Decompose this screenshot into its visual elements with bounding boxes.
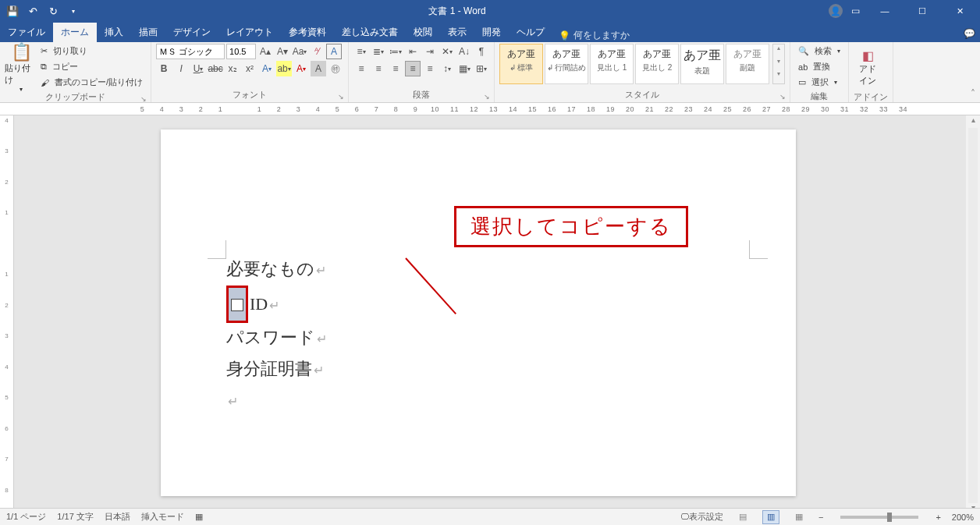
align-right-button[interactable]: ≡ — [388, 61, 403, 76]
italic-button[interactable]: I — [173, 61, 189, 76]
style-gallery-scroll[interactable]: ▴▾▾ — [772, 44, 785, 84]
status-language[interactable]: 日本語 — [105, 511, 130, 523]
read-mode-button[interactable]: ▤ — [734, 510, 751, 524]
numbering-button[interactable]: ≣▾ — [371, 44, 386, 59]
undo-icon[interactable]: ↶ — [25, 3, 41, 19]
maximize-button[interactable]: ☐ — [905, 0, 939, 22]
text-direction-button[interactable]: ✕▾ — [439, 44, 455, 59]
sort-button[interactable]: A↓ — [456, 44, 472, 59]
style-heading2[interactable]: あア亜見出し 2 — [635, 44, 679, 84]
increase-indent-button[interactable]: ⇥ — [422, 44, 438, 59]
phonetic-guide-button[interactable]: ᴬ⁄ — [309, 44, 325, 59]
shading-button[interactable]: ▦▾ — [456, 61, 472, 76]
launcher-icon[interactable]: ↘ — [140, 95, 147, 103]
zoom-thumb[interactable] — [887, 513, 892, 522]
style-title[interactable]: あア亜表題 — [680, 44, 724, 84]
borders-button[interactable]: ⊞▾ — [474, 61, 489, 76]
tab-home[interactable]: ホーム — [53, 23, 97, 42]
addins-button[interactable]: ◧ アド イン — [854, 44, 882, 90]
status-words[interactable]: 1/17 文字 — [57, 511, 93, 523]
style-normal[interactable]: あア亜↲ 標準 — [499, 44, 543, 84]
font-name-input[interactable] — [156, 44, 225, 59]
paste-button[interactable]: 📋 貼り付け ▾ — [5, 44, 37, 90]
underline-button[interactable]: U▾ — [190, 61, 206, 76]
launcher-icon[interactable]: ↘ — [779, 93, 786, 101]
scroll-track[interactable] — [968, 128, 978, 503]
print-layout-button[interactable]: ▥ — [762, 510, 779, 524]
doc-line-1[interactable]: 必要なもの↵ — [226, 254, 730, 286]
tab-file[interactable]: ファイル — [0, 23, 53, 42]
ribbon-display-options-icon[interactable]: ▭ — [846, 3, 865, 19]
web-layout-button[interactable]: ▦ — [790, 510, 808, 524]
strikethrough-button[interactable]: abc — [208, 61, 223, 76]
doc-line-2[interactable]: ID↵ — [226, 286, 730, 323]
tab-view[interactable]: 表示 — [440, 23, 474, 42]
distributed-button[interactable]: ≡ — [422, 61, 438, 76]
align-left-button[interactable]: ≡ — [353, 61, 369, 76]
document-area[interactable]: 必要なもの↵ ID↵ パスワード↵ 身分証明書↵ ↵ 選択してコピーする — [14, 115, 980, 516]
tab-insert[interactable]: 挿入 — [97, 23, 131, 42]
character-shading-button[interactable]: A — [311, 61, 326, 76]
redo-icon[interactable]: ↻ — [45, 3, 61, 19]
tab-help[interactable]: ヘルプ — [509, 23, 552, 42]
feedback-icon[interactable]: 💬 — [964, 28, 975, 39]
launcher-icon[interactable]: ↘ — [337, 93, 345, 101]
close-button[interactable]: ✕ — [943, 0, 977, 22]
align-center-button[interactable]: ≡ — [371, 61, 386, 76]
grow-font-button[interactable]: A▴ — [257, 44, 273, 59]
document-text[interactable]: 必要なもの↵ ID↵ パスワード↵ 身分証明書↵ ↵ — [226, 254, 730, 417]
tab-references[interactable]: 参考資料 — [281, 23, 334, 42]
horizontal-ruler[interactable]: 5432112345678910111213141516171819202122… — [0, 103, 980, 115]
doc-line-4[interactable]: 身分証明書↵ — [226, 354, 730, 385]
justify-button[interactable]: ≡ — [405, 61, 421, 76]
find-button[interactable]: 🔍検索▾ — [795, 44, 843, 59]
style-subtitle[interactable]: あア亜副題 — [726, 44, 769, 84]
selected-checkbox[interactable] — [226, 286, 248, 323]
doc-line-3[interactable]: パスワード↵ — [226, 323, 730, 354]
zoom-level[interactable]: 200% — [952, 513, 974, 522]
tab-developer[interactable]: 開発 — [474, 23, 509, 42]
bold-button[interactable]: B — [156, 61, 172, 76]
highlight-button[interactable]: ab▾ — [276, 61, 292, 76]
style-heading1[interactable]: あア亜見出し 1 — [590, 44, 634, 84]
text-effects-button[interactable]: A▾ — [259, 61, 275, 76]
show-marks-button[interactable]: ¶ — [474, 44, 489, 59]
change-case-button[interactable]: Aa▾ — [292, 44, 307, 59]
tab-draw[interactable]: 描画 — [131, 23, 165, 42]
bullets-button[interactable]: ≡▾ — [353, 44, 369, 59]
page[interactable]: 必要なもの↵ ID↵ パスワード↵ 身分証明書↵ ↵ 選択してコピーする — [161, 129, 796, 496]
copy-button[interactable]: ⧉コピー — [37, 59, 146, 74]
font-size-input[interactable] — [226, 44, 256, 59]
font-color-button[interactable]: A▾ — [293, 61, 309, 76]
line-spacing-button[interactable]: ↕▾ — [439, 61, 455, 76]
zoom-slider[interactable] — [840, 516, 918, 519]
launcher-icon[interactable]: ↘ — [483, 93, 491, 101]
decrease-indent-button[interactable]: ⇤ — [405, 44, 421, 59]
multilevel-button[interactable]: ≔▾ — [388, 44, 403, 59]
format-painter-button[interactable]: 🖌書式のコピー/貼り付け — [37, 75, 146, 90]
cut-button[interactable]: ✂切り取り — [37, 44, 146, 59]
tab-mailings[interactable]: 差し込み文書 — [334, 23, 406, 42]
vertical-scrollbar[interactable]: ▴ ▾ — [966, 115, 980, 516]
account-avatar[interactable]: 👤 — [829, 4, 843, 18]
display-settings-button[interactable]: 🖵表示設定 — [680, 511, 723, 523]
replace-button[interactable]: ab置換 — [795, 59, 843, 74]
style-nospacing[interactable]: あア亜↲ 行間詰め — [545, 44, 588, 84]
minimize-button[interactable]: ― — [868, 0, 902, 22]
shrink-font-button[interactable]: A▾ — [275, 44, 290, 59]
status-macro-icon[interactable]: ▦ — [195, 512, 203, 522]
style-gallery[interactable]: あア亜↲ 標準 あア亜↲ 行間詰め あア亜見出し 1 あア亜見出し 2 あア亜表… — [499, 44, 785, 84]
character-border-button[interactable]: A — [326, 44, 342, 59]
status-mode[interactable]: 挿入モード — [141, 511, 184, 523]
tab-layout[interactable]: レイアウト — [218, 23, 281, 42]
status-page[interactable]: 1/1 ページ — [6, 511, 46, 523]
tell-me-search[interactable]: 💡 何をしますか — [552, 29, 636, 42]
vertical-ruler[interactable]: 432112345678 — [0, 115, 14, 516]
zoom-in-button[interactable]: + — [936, 513, 940, 522]
save-icon[interactable]: 💾 — [5, 3, 20, 19]
zoom-out-button[interactable]: − — [818, 513, 823, 522]
select-button[interactable]: ▭選択▾ — [795, 75, 843, 90]
scroll-up-icon[interactable]: ▴ — [966, 115, 980, 128]
subscript-button[interactable]: x₂ — [225, 61, 240, 76]
qat-customize-icon[interactable]: ▾ — [66, 3, 81, 19]
